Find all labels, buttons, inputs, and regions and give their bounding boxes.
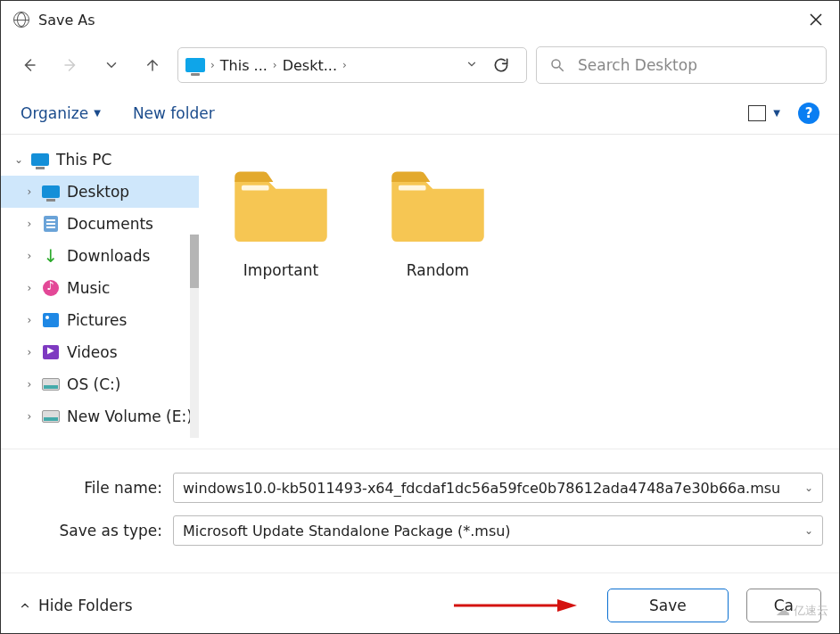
folder-icon: [229, 161, 333, 247]
navigation-tree: ⌄ This PC › Desktop › Documents › ↓ Down…: [1, 135, 199, 449]
videos-icon: [43, 345, 59, 359]
folder-label: Important: [243, 261, 318, 279]
svg-rect-1: [242, 185, 269, 191]
chevron-right-icon: ›: [342, 59, 347, 71]
tree-desktop[interactable]: › Desktop: [1, 176, 199, 208]
file-fields: File name: windows10.0-kb5011493-x64_fdc…: [1, 449, 839, 572]
svg-rect-2: [399, 185, 426, 191]
search-placeholder: Search Desktop: [578, 56, 697, 74]
chevron-right-icon: ›: [24, 378, 35, 391]
tree-documents[interactable]: › Documents: [1, 208, 199, 240]
toolbar: Organize▼ New folder ▼ ?: [1, 92, 839, 135]
navigation-row: › This ... › Deskt... › Search Desktop: [1, 38, 839, 92]
folder-icon: [386, 161, 490, 247]
savetype-label: Save as type:: [17, 522, 173, 539]
filename-input[interactable]: windows10.0-kb5011493-x64_fdcdaf1dc56a59…: [173, 473, 823, 503]
folder-label: Random: [407, 261, 469, 279]
monitor-icon: [31, 153, 49, 166]
chevron-down-icon[interactable]: ⌄: [804, 482, 813, 494]
chevron-right-icon: ›: [210, 59, 215, 71]
monitor-icon: [185, 58, 205, 72]
breadcrumb-desktop[interactable]: Deskt...: [283, 57, 337, 74]
close-button[interactable]: [793, 1, 839, 38]
chevron-up-icon: [19, 599, 31, 612]
up-button[interactable]: [136, 49, 169, 81]
tree-new-volume-e[interactable]: › New Volume (E:): [1, 400, 199, 432]
pictures-icon: [43, 313, 59, 327]
cancel-button[interactable]: Ca: [746, 589, 821, 622]
hide-folders-button[interactable]: Hide Folders: [19, 597, 133, 614]
view-icon: [748, 105, 766, 121]
tree-music[interactable]: › Music: [1, 272, 199, 304]
filename-label: File name:: [17, 479, 173, 497]
window-title: Save As: [38, 12, 95, 29]
red-arrow-annotation: [452, 597, 577, 614]
footer: Hide Folders Save Ca: [1, 572, 839, 634]
caret-down-icon: ▼: [94, 108, 101, 118]
back-button[interactable]: [13, 49, 45, 81]
savetype-select[interactable]: Microsoft Update Standalone Package (*.m…: [173, 515, 823, 546]
search-icon: [549, 57, 565, 73]
tree-videos[interactable]: › Videos: [1, 336, 199, 368]
desktop-icon: [42, 185, 60, 198]
svg-marker-4: [557, 599, 577, 612]
chevron-down-icon: ⌄: [13, 153, 24, 166]
music-icon: [43, 280, 59, 296]
chevron-right-icon: ›: [24, 185, 35, 198]
folder-important[interactable]: Important: [229, 161, 333, 422]
recent-locations-button[interactable]: [95, 49, 128, 81]
chevron-right-icon: ›: [273, 59, 277, 71]
chevron-right-icon: ›: [24, 346, 35, 358]
organize-menu[interactable]: Organize▼: [21, 104, 101, 122]
caret-down-icon: ▼: [773, 108, 780, 118]
folder-random[interactable]: Random: [386, 161, 490, 422]
folder-content[interactable]: Important Random: [199, 135, 839, 449]
tree-scrollbar-thumb[interactable]: [190, 235, 199, 288]
forward-button[interactable]: [54, 49, 86, 81]
download-icon: ↓: [44, 247, 59, 265]
tree-this-pc[interactable]: ⌄ This PC: [1, 144, 199, 176]
svg-point-0: [552, 60, 560, 68]
chevron-down-icon[interactable]: ⌄: [804, 524, 813, 537]
refresh-button[interactable]: [483, 47, 519, 83]
tree-pictures[interactable]: › Pictures: [1, 304, 199, 336]
save-button[interactable]: Save: [607, 589, 729, 622]
document-icon: [44, 216, 58, 232]
chevron-right-icon: ›: [24, 218, 35, 230]
chevron-right-icon: ›: [24, 314, 35, 326]
search-input[interactable]: Search Desktop: [536, 46, 827, 84]
new-folder-button[interactable]: New folder: [133, 104, 215, 122]
help-button[interactable]: ?: [798, 103, 819, 124]
chevron-right-icon: ›: [24, 250, 35, 262]
chevron-right-icon: ›: [24, 410, 35, 423]
globe-icon: [13, 12, 29, 28]
address-bar[interactable]: › This ... › Deskt... ›: [177, 47, 527, 83]
breadcrumb-this-pc[interactable]: This ...: [220, 57, 268, 74]
drive-icon: [42, 378, 60, 391]
drive-icon: [42, 410, 60, 423]
view-options-button[interactable]: ▼: [748, 105, 780, 121]
tree-os-c[interactable]: › OS (C:): [1, 368, 199, 400]
address-history-button[interactable]: [465, 57, 478, 74]
tree-downloads[interactable]: › ↓ Downloads: [1, 240, 199, 272]
main-area: ⌄ This PC › Desktop › Documents › ↓ Down…: [1, 135, 839, 449]
title-bar: Save As: [1, 1, 839, 38]
chevron-right-icon: ›: [24, 282, 35, 294]
